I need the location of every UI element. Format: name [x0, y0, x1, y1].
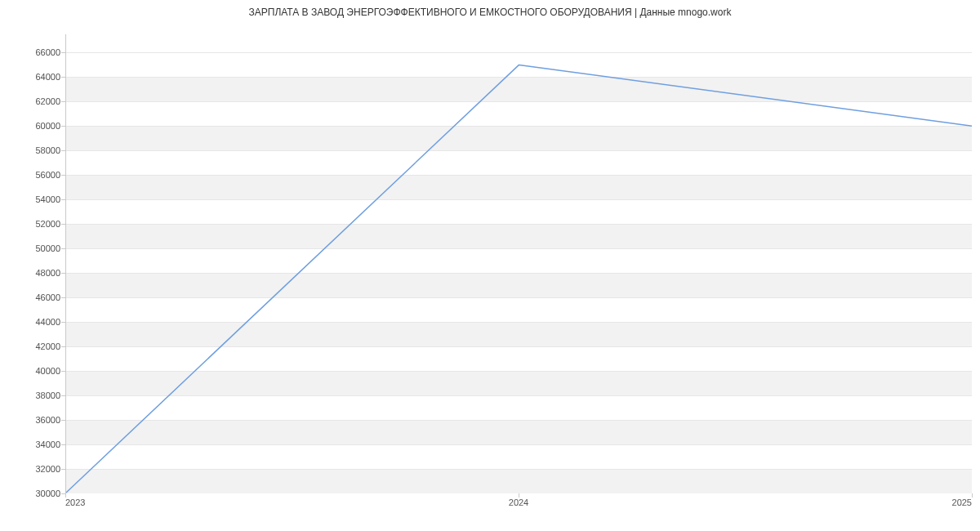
y-tick	[61, 199, 65, 200]
y-tick-label: 40000	[3, 366, 60, 376]
y-tick	[61, 77, 65, 78]
y-tick-label: 30000	[3, 489, 60, 498]
y-tick	[61, 395, 65, 396]
x-tick-label: 2024	[509, 498, 528, 507]
y-tick	[61, 101, 65, 102]
y-tick-label: 66000	[3, 47, 60, 57]
y-tick	[61, 150, 65, 151]
y-tick	[61, 297, 65, 298]
y-tick-label: 62000	[3, 96, 60, 106]
y-tick-label: 52000	[3, 219, 60, 229]
y-tick-label: 46000	[3, 292, 60, 302]
plot-area	[65, 34, 972, 493]
y-tick-label: 54000	[3, 194, 60, 204]
y-tick-label: 50000	[3, 243, 60, 253]
y-tick-label: 60000	[3, 121, 60, 131]
chart-title: ЗАРПЛАТА В ЗАВОД ЭНЕРГОЭФФЕКТИВНОГО И ЕМ…	[0, 7, 980, 18]
y-tick-label: 44000	[3, 317, 60, 327]
y-tick	[61, 444, 65, 445]
y-tick	[61, 248, 65, 249]
y-tick	[61, 469, 65, 470]
y-tick	[61, 420, 65, 421]
y-tick-label: 58000	[3, 145, 60, 155]
y-tick-label: 36000	[3, 415, 60, 425]
x-tick	[972, 493, 973, 498]
y-tick	[61, 371, 65, 372]
line-chart: ЗАРПЛАТА В ЗАВОД ЭНЕРГОЭФФЕКТИВНОГО И ЕМ…	[0, 0, 980, 531]
chart-line	[66, 34, 972, 493]
y-tick	[61, 126, 65, 127]
x-tick-label: 2025	[952, 498, 972, 507]
y-tick	[61, 346, 65, 347]
y-tick-label: 56000	[3, 170, 60, 180]
y-tick	[61, 224, 65, 225]
y-tick-label: 64000	[3, 72, 60, 82]
y-tick	[61, 273, 65, 274]
y-tick-label: 34000	[3, 440, 60, 449]
y-tick	[61, 322, 65, 323]
y-tick	[61, 52, 65, 53]
x-tick-label: 2023	[65, 498, 85, 507]
y-tick	[61, 175, 65, 176]
y-tick-label: 32000	[3, 464, 60, 474]
y-tick-label: 38000	[3, 390, 60, 400]
y-tick-label: 42000	[3, 341, 60, 351]
y-tick-label: 48000	[3, 268, 60, 278]
